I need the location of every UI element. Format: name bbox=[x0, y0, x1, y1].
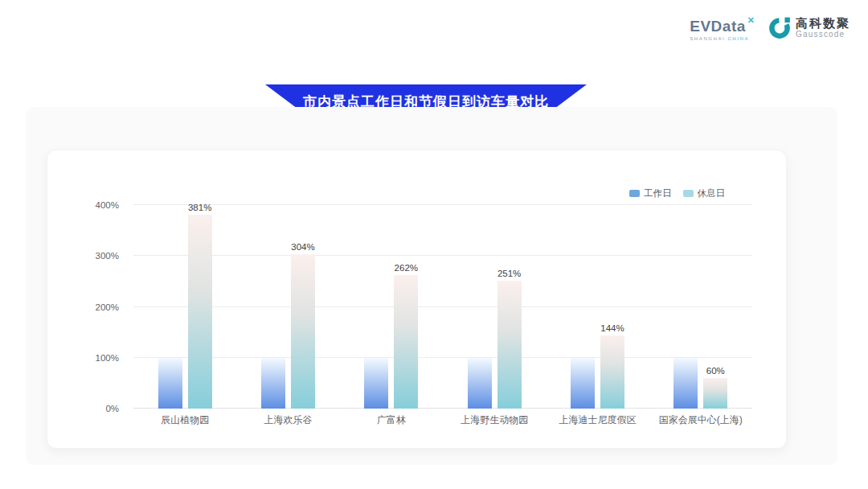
legend: 工作日休息日 bbox=[629, 187, 725, 199]
x-category-label: 上海迪士尼度假区 bbox=[546, 413, 649, 427]
x-category-label: 广富林 bbox=[340, 413, 443, 427]
chart-card: 工作日休息日 0%100%200%300%400% 381%304%262%25… bbox=[47, 150, 787, 449]
gausscode-g-icon bbox=[768, 16, 792, 40]
bar-value-label: 144% bbox=[600, 323, 624, 333]
legend-label: 休息日 bbox=[698, 187, 726, 199]
bar-group: 60% bbox=[649, 205, 752, 409]
evdata-logo-text: EVData bbox=[690, 18, 746, 35]
bar-holder bbox=[261, 205, 285, 409]
bar-holder: 144% bbox=[600, 205, 624, 409]
bar-holder: 251% bbox=[497, 205, 522, 409]
header-logos: EVData ✕ SHANGHAICHINA 高科数聚 Gausscode bbox=[690, 16, 850, 41]
evdata-tagline: SHANGHAICHINA bbox=[690, 36, 755, 41]
bar-工作日 bbox=[571, 358, 595, 409]
bar-休息日 bbox=[600, 335, 624, 409]
bar-工作日 bbox=[468, 358, 492, 409]
bar-group: 251% bbox=[443, 205, 546, 409]
evdata-logo: EVData ✕ SHANGHAICHINA bbox=[690, 18, 755, 41]
bar-休息日 bbox=[497, 281, 522, 409]
bar-休息日 bbox=[188, 215, 212, 409]
bar-value-label: 304% bbox=[291, 242, 314, 252]
bar-holder: 304% bbox=[291, 205, 315, 409]
y-tick-label: 200% bbox=[96, 302, 119, 312]
bar-group: 304% bbox=[236, 205, 339, 409]
bar-holder bbox=[674, 205, 698, 409]
y-tick-label: 0% bbox=[105, 404, 119, 413]
bar-group: 144% bbox=[546, 205, 649, 409]
bar-休息日 bbox=[291, 254, 315, 409]
evdata-x-icon: ✕ bbox=[747, 15, 755, 26]
bar-holder: 60% bbox=[703, 205, 727, 409]
gausscode-logo: 高科数聚 Gausscode bbox=[768, 16, 850, 40]
bar-holder bbox=[571, 205, 595, 409]
bar-groups: 381%304%262%251%144%60% bbox=[133, 205, 752, 409]
x-category-label: 上海欢乐谷 bbox=[236, 413, 339, 427]
x-category-label: 辰山植物园 bbox=[133, 413, 236, 427]
y-axis: 0%100%200%300%400% bbox=[47, 205, 125, 409]
bar-value-label: 251% bbox=[497, 269, 521, 278]
legend-label: 工作日 bbox=[644, 187, 672, 199]
bar-工作日 bbox=[158, 358, 182, 409]
evdata-tagline-china: CHINA bbox=[727, 36, 749, 41]
y-tick-label: 100% bbox=[96, 353, 119, 363]
bar-休息日 bbox=[394, 275, 418, 409]
bar-工作日 bbox=[364, 358, 388, 409]
x-axis: 辰山植物园上海欢乐谷广富林上海野生动物园上海迪士尼度假区国家会展中心(上海) bbox=[133, 413, 752, 427]
bar-value-label: 60% bbox=[706, 366, 725, 376]
x-category-label: 上海野生动物园 bbox=[443, 413, 546, 427]
bar-holder: 381% bbox=[188, 205, 212, 409]
legend-swatch bbox=[629, 190, 640, 197]
legend-item-工作日[interactable]: 工作日 bbox=[629, 187, 672, 199]
bar-value-label: 381% bbox=[188, 203, 211, 212]
x-category-label: 国家会展中心(上海) bbox=[649, 413, 752, 427]
chart-panel: 工作日休息日 0%100%200%300%400% 381%304%262%25… bbox=[26, 107, 837, 465]
legend-swatch bbox=[683, 190, 694, 197]
bar-工作日 bbox=[261, 358, 285, 409]
gausscode-en-text: Gausscode bbox=[796, 30, 850, 39]
bar-group: 381% bbox=[133, 205, 236, 409]
bar-group: 262% bbox=[340, 205, 443, 409]
bar-休息日 bbox=[703, 378, 727, 409]
bar-holder bbox=[364, 205, 388, 409]
bar-value-label: 262% bbox=[395, 263, 418, 273]
evdata-tagline-shanghai: SHANGHAI bbox=[690, 36, 725, 41]
bar-工作日 bbox=[674, 358, 698, 409]
legend-item-休息日[interactable]: 休息日 bbox=[683, 187, 726, 199]
bar-holder bbox=[468, 205, 492, 409]
bar-holder bbox=[158, 205, 182, 409]
bar-holder: 262% bbox=[394, 205, 418, 409]
plot-area: 381%304%262%251%144%60% bbox=[133, 205, 752, 409]
y-tick-label: 400% bbox=[96, 200, 119, 210]
y-tick-label: 300% bbox=[96, 251, 119, 261]
gausscode-cn-text: 高科数聚 bbox=[796, 17, 850, 30]
